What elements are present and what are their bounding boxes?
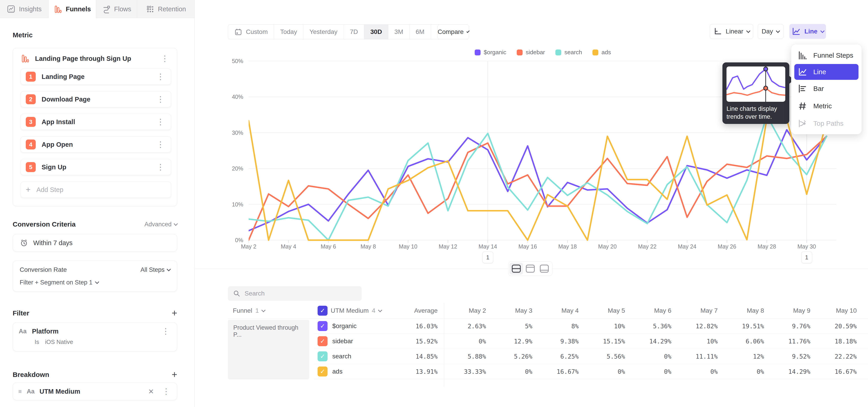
layout-toggle-group (508, 261, 553, 276)
breakdown-column-header[interactable]: ✓ UTM Medium 4 (318, 306, 381, 316)
menu-item-bar[interactable]: Bar (791, 80, 862, 97)
kebab-menu-icon[interactable]: ⋮ (159, 55, 170, 63)
cell-value: 19.51% (742, 323, 764, 330)
annotation-badge[interactable]: 1 (801, 251, 812, 263)
step-number-badge: 1 (26, 72, 36, 82)
conversion-window-card[interactable]: Within 7 days (13, 234, 177, 252)
layout-chart-only-button[interactable] (524, 263, 537, 275)
range-today[interactable]: Today (274, 25, 303, 39)
annotation-badge[interactable]: 1 (483, 251, 493, 263)
x-axis-tick: May 6 (321, 243, 336, 250)
chart-type-menu: Funnel StepsLineBarMetricTop Paths (791, 44, 862, 134)
funnel-step[interactable]: 5Sign Up⋮ (21, 159, 171, 175)
funnel-column-header[interactable]: Funnel 1 (233, 307, 265, 314)
cell-value: 5.56% (607, 353, 625, 360)
filter-segment-dropdown[interactable]: Filter + Segment on Step 1 (20, 279, 170, 286)
funnel-step[interactable]: 2Download Page⋮ (21, 91, 171, 107)
bar-chart-icon (798, 84, 807, 94)
legend-swatch (475, 50, 480, 55)
y-axis-tick: 40% (232, 94, 243, 100)
legend-item[interactable]: search (555, 49, 582, 56)
menu-item-line[interactable]: Line (794, 64, 859, 80)
cell-value: 15.15% (603, 338, 625, 345)
x-axis-tick: May 18 (558, 243, 577, 250)
kebab-menu-icon[interactable]: ⋮ (155, 72, 166, 81)
granularity-dropdown[interactable]: Day (758, 24, 783, 39)
tab-insights[interactable]: Insights (0, 0, 49, 18)
drag-handle-icon[interactable]: ≡ (18, 388, 22, 395)
date-column-header: May 5 (608, 307, 625, 314)
step-label: Sign Up (41, 163, 149, 171)
y-axis-labels: 0%10%20%30%40%50% (217, 61, 243, 240)
menu-item-metric[interactable]: Metric (791, 97, 862, 115)
chevron-down-icon (261, 308, 266, 312)
breakdown-utm-card[interactable]: ≡ Aa UTM Medium ✕ ⋮ (13, 383, 177, 400)
string-property-icon: Aa (19, 328, 27, 335)
cell-value: 9.52% (792, 353, 810, 360)
close-icon[interactable]: ✕ (147, 387, 156, 396)
compare-button[interactable]: Compare (437, 24, 469, 39)
row-checkbox[interactable]: ✓ (318, 351, 328, 361)
search-icon (233, 290, 241, 298)
tab-retention[interactable]: Retention (137, 0, 194, 18)
filter-platform-card[interactable]: Aa Platform ⋮ Is iOS Native (13, 322, 177, 351)
x-axis-tick: May 2 (241, 243, 256, 250)
legend-item[interactable]: ads (592, 49, 611, 56)
tooltip-mini-chart (726, 66, 785, 102)
advanced-dropdown[interactable]: Advanced (145, 221, 177, 228)
cell-value: 0% (710, 368, 718, 375)
tab-funnels[interactable]: Funnels (49, 0, 96, 18)
x-axis-tick: May 22 (638, 243, 656, 250)
table-row: ✓search14.85%5.88%5.26%6.25%5.56%0%11.11… (314, 349, 868, 364)
tab-flows[interactable]: Flows (96, 0, 137, 18)
kebab-menu-icon[interactable]: ⋮ (160, 327, 171, 335)
plus-icon: + (26, 186, 31, 194)
kebab-menu-icon[interactable]: ⋮ (155, 163, 166, 171)
kebab-menu-icon[interactable]: ⋮ (155, 118, 166, 126)
conversion-rate-card: Conversion Rate All Steps Filter + Segme… (13, 260, 177, 292)
all-steps-dropdown[interactable]: All Steps (141, 267, 170, 273)
cell-value: 16.67% (557, 368, 579, 375)
legend-item[interactable]: sidebar (517, 49, 545, 56)
segment-name: $organic (332, 322, 356, 330)
row-checkbox[interactable]: ✓ (318, 336, 328, 346)
row-checkbox[interactable]: ✓ (318, 321, 328, 331)
kebab-menu-icon[interactable]: ⋮ (155, 95, 166, 103)
add-breakdown-button[interactable]: + (172, 370, 177, 379)
range-3m[interactable]: 3M (388, 25, 410, 39)
filter-property-name: Platform (32, 327, 155, 335)
menu-item-funnel-steps[interactable]: Funnel Steps (791, 46, 862, 64)
chart-type-dropdown[interactable]: Line (789, 24, 826, 39)
range-30d[interactable]: 30D (364, 25, 388, 39)
funnel-step[interactable]: 1Landing Page⋮ (21, 68, 171, 85)
x-axis-tick: May 20 (598, 243, 617, 250)
range-custom[interactable]: Custom (228, 25, 274, 39)
add-filter-button[interactable]: + (172, 308, 177, 318)
step-number-badge: 2 (26, 94, 36, 104)
layout-split-button[interactable] (509, 263, 523, 275)
row-checkbox[interactable]: ✓ (318, 367, 328, 376)
search-input[interactable] (245, 290, 357, 297)
funnel-steps-icon (798, 51, 807, 60)
cell-value: 5% (525, 323, 532, 330)
layout-table-only-button[interactable] (537, 263, 551, 275)
scale-dropdown[interactable]: Linear (710, 24, 753, 39)
select-all-checkbox[interactable]: ✓ (318, 306, 328, 316)
range-6m[interactable]: 6M (410, 25, 431, 39)
cell-value: 0% (525, 368, 532, 375)
kebab-menu-icon[interactable]: ⋮ (161, 387, 172, 396)
kebab-menu-icon[interactable]: ⋮ (155, 140, 166, 149)
add-step-button[interactable]: +Add Step (21, 182, 171, 198)
range-yesterday[interactable]: Yesterday (303, 25, 344, 39)
tab-label: Flows (114, 5, 131, 13)
cell-value: 5.26% (514, 353, 532, 360)
funnel-step[interactable]: 3App Install⋮ (21, 114, 171, 130)
date-column-header: May 8 (747, 307, 764, 314)
funnel-step[interactable]: 4App Open⋮ (21, 136, 171, 153)
chevron-down-icon (467, 30, 470, 33)
tab-label: Retention (158, 5, 186, 13)
x-axis-tick: May 26 (718, 243, 736, 250)
legend-item[interactable]: $organic (475, 49, 506, 56)
range-7d[interactable]: 7D (344, 25, 364, 39)
date-column-header: May 2 (469, 307, 486, 314)
